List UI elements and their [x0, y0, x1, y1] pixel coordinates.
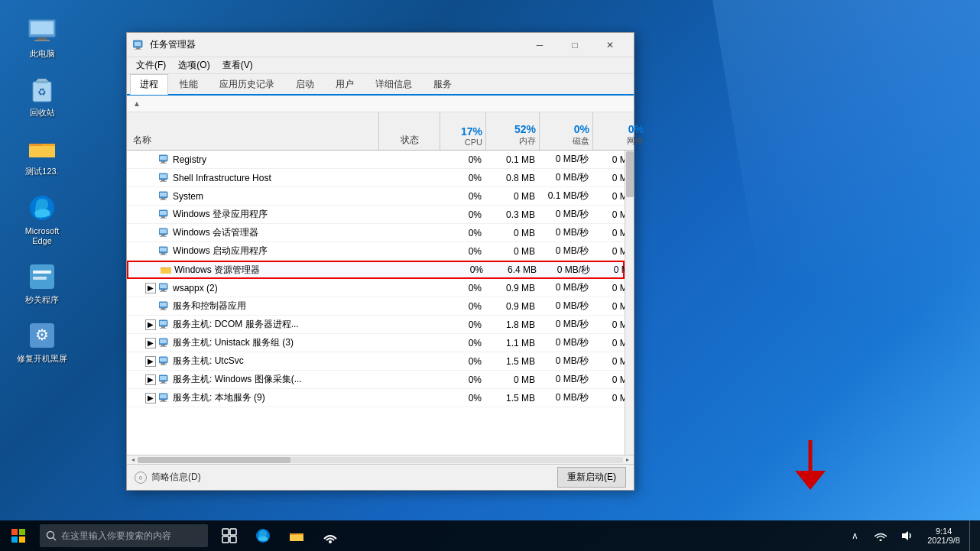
svg-rect-76 [11, 536, 18, 543]
tab-performance[interactable]: 性能 [170, 74, 208, 94]
taskbar-icon-group [214, 520, 346, 551]
cell-disk: 0 MB/秒 [540, 151, 593, 167]
titlebar-text: 任务管理器 [150, 38, 522, 51]
desktop-icon-recycle[interactable]: ♻ 回收站 [15, 74, 69, 118]
cell-net: 0 Mbps [593, 190, 625, 203]
tab-users[interactable]: 用户 [326, 74, 364, 94]
menu-options[interactable]: 选项(O) [172, 57, 216, 73]
menu-file[interactable]: 文件(F) [130, 57, 172, 73]
table-row[interactable]: Windows 资源管理器 0% 6.4 MB 0 MB/秒 0 Mbps [127, 261, 625, 279]
table-row[interactable]: Registry 0% 0.1 MB 0 MB/秒 0 Mbps [127, 151, 625, 169]
svg-rect-50 [161, 308, 165, 310]
col-header-net[interactable]: 0% 网络 [593, 112, 647, 150]
tab-startup[interactable]: 启动 [286, 74, 324, 94]
scrollbar-vertical[interactable] [625, 151, 634, 455]
table-row[interactable]: 服务和控制器应用 0% 0.9 MB 0 MB/秒 0 Mbps [127, 297, 625, 316]
cell-mem: 0.1 MB [486, 153, 540, 167]
expand-button[interactable]: ▶ [145, 356, 156, 367]
start-button[interactable] [0, 520, 37, 551]
tab-processes[interactable]: 进程 [130, 74, 168, 95]
col-header-cpu[interactable]: 17% CPU [440, 112, 486, 150]
expand-button[interactable]: ▶ [145, 393, 156, 404]
tab-services[interactable]: 服务 [423, 74, 462, 94]
close-button[interactable]: ✕ [592, 33, 628, 57]
cell-cpu: 0% [440, 336, 486, 350]
scroll-right-arrow[interactable]: ▸ [623, 456, 632, 463]
taskbar-clock[interactable]: 9:14 2021/9/8 [921, 527, 966, 545]
explorer-taskbar[interactable] [281, 520, 312, 551]
svg-rect-21 [161, 161, 165, 163]
show-desktop-button[interactable] [969, 520, 974, 551]
table-row[interactable]: Windows 登录应用程序 0% 0.3 MB 0 MB/秒 0 Mbps [127, 206, 625, 224]
tabs: 进程 性能 应用历史记录 启动 用户 详细信息 服务 [127, 74, 634, 96]
col-header-disk[interactable]: 0% 磁盘 [540, 112, 593, 150]
svg-rect-69 [160, 394, 167, 398]
menu-view[interactable]: 查看(V) [216, 57, 259, 73]
table-row[interactable]: System 0% 0 MB 0.1 MB/秒 0 Mbps [127, 187, 625, 206]
tab-details[interactable]: 详细信息 [365, 74, 422, 94]
scroll-thumb[interactable] [138, 457, 290, 463]
desktop-icon-folder[interactable]: 测试123. [15, 133, 69, 177]
expand-button[interactable]: ▶ [145, 374, 156, 385]
svg-rect-54 [161, 326, 165, 328]
cell-disk: 0 MB/秒 [541, 262, 595, 278]
footer-summary[interactable]: ○ 简略信息(D) [135, 471, 201, 484]
tray-network-icon[interactable] [869, 520, 892, 551]
desktop-icon-app2[interactable]: ⚙ 修复开机黑屏 [15, 320, 69, 364]
cell-mem: 0.3 MB [486, 208, 540, 222]
cell-name: ▶ 服务主机: Unistack 服务组 (3) [127, 335, 379, 351]
cell-name: Registry [127, 153, 379, 167]
svg-rect-59 [160, 346, 167, 347]
col-header-status[interactable]: 状态 [379, 112, 440, 150]
col-header-name[interactable]: 名称 [127, 112, 379, 150]
table-row[interactable]: Windows 启动应用程序 0% 0 MB 0 MB/秒 0 Mbps [127, 242, 625, 261]
cell-status [379, 378, 440, 381]
scroll-left-arrow[interactable]: ◂ [128, 456, 138, 463]
cell-disk: 0 MB/秒 [540, 335, 593, 351]
table-row[interactable]: Shell Infrastructure Host 0% 0.8 MB 0 MB… [127, 169, 625, 187]
taskview-button[interactable] [214, 520, 245, 551]
tray-chevron[interactable]: ∧ [843, 520, 866, 551]
taskbar-search[interactable]: 在这里输入你要搜索的内容 [40, 524, 208, 547]
col-header-mem[interactable]: 52% 内存 [486, 112, 540, 150]
expand-button[interactable]: ▶ [145, 319, 156, 330]
restart-button[interactable]: 重新启动(E) [557, 467, 626, 488]
process-list: Registry 0% 0.1 MB 0 MB/秒 0 Mbps Shell I… [127, 151, 634, 455]
cell-name: Windows 启动应用程序 [127, 243, 379, 259]
svg-rect-34 [160, 218, 167, 219]
svg-text:⚙: ⚙ [35, 326, 49, 343]
scrollbar-thumb[interactable] [626, 151, 634, 197]
scroll-area[interactable]: Registry 0% 0.1 MB 0 MB/秒 0 Mbps Shell I… [127, 151, 625, 455]
maximize-button[interactable]: □ [557, 33, 592, 57]
network-taskbar[interactable] [315, 520, 346, 551]
cell-net: 0 Mbps [593, 391, 625, 405]
table-row[interactable]: ▶ 服务主机: UtcSvc 0% 1.5 MB 0 MB/秒 0 Mbps [127, 352, 625, 371]
expand-button[interactable]: ▶ [145, 283, 156, 293]
minimize-button[interactable]: ─ [522, 33, 557, 57]
table-row[interactable]: ▶ 服务主机: Unistack 服务组 (3) 0% 1.1 MB 0 MB/… [127, 334, 625, 352]
svg-rect-12 [33, 277, 47, 280]
cell-status [379, 195, 440, 198]
expand-button[interactable]: ▶ [145, 338, 156, 348]
svg-rect-47 [160, 291, 167, 292]
table-row[interactable]: ▶ 服务主机: Windows 图像采集(... 0% 0 MB 0 MB/秒 … [127, 371, 625, 389]
svg-rect-63 [160, 365, 167, 365]
cell-name: ▶ 服务主机: 本地服务 (9) [127, 390, 379, 406]
svg-rect-6 [37, 79, 47, 81]
desktop-icon-edge[interactable]: Microsoft Edge [15, 193, 69, 246]
table-row[interactable]: ▶ 服务主机: 本地服务 (9) 0% 1.5 MB 0 MB/秒 0 Mbps [127, 389, 625, 407]
svg-rect-49 [160, 303, 167, 306]
tab-apphistory[interactable]: 应用历史记录 [209, 74, 284, 94]
scrollbar-horizontal[interactable]: ◂ ▸ [127, 455, 634, 464]
process-icon [159, 374, 170, 385]
tray-volume-icon[interactable] [895, 520, 918, 551]
cell-mem: 0 MB [486, 190, 540, 203]
table-row[interactable]: ▶ 服务主机: DCOM 服务器进程... 0% 1.8 MB 0 MB/秒 0… [127, 316, 625, 334]
sort-arrow: ▲ [133, 99, 141, 108]
desktop-icon-computer[interactable]: 此电脑 [15, 15, 69, 59]
desktop-icon-app[interactable]: 秒关程序 [15, 261, 69, 305]
titlebar: 任务管理器 ─ □ ✕ [127, 33, 634, 57]
table-row[interactable]: Windows 会话管理器 0% 0 MB 0 MB/秒 0 Mbps [127, 224, 625, 242]
edge-taskbar[interactable] [248, 520, 278, 551]
table-row[interactable]: ▶ wsappx (2) 0% 0.9 MB 0 MB/秒 0 Mbps [127, 279, 625, 297]
